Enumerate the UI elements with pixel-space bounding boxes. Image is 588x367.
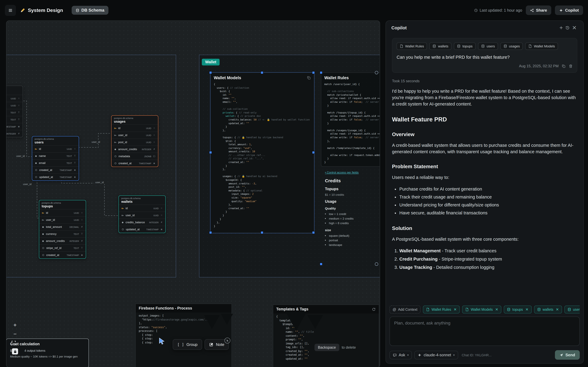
selection-handle[interactable] bbox=[261, 231, 263, 234]
table-usages[interactable]: postgres.db.schemausagesidUUID∷user_idUU… bbox=[111, 115, 158, 167]
problem-list: Purchase credits for AI content generati… bbox=[392, 185, 577, 217]
selection-handle[interactable] bbox=[209, 151, 212, 154]
quality-item: high = 8 credits bbox=[329, 221, 380, 225]
remove-chip-icon[interactable]: ✕ bbox=[454, 307, 457, 312]
copy-icon[interactable] bbox=[307, 76, 311, 80]
new-chat-button[interactable]: + bbox=[558, 24, 564, 32]
wallet-rules-block[interactable]: Wallet Rules match /users/{user_id} { //… bbox=[321, 73, 380, 167]
selection-handle[interactable] bbox=[209, 71, 212, 74]
required-dot-icon bbox=[35, 162, 37, 164]
table-field-id: idUUID∷ bbox=[39, 209, 86, 216]
user-message-card: Wallet RuleswalletstopupsusersusagesWall… bbox=[392, 38, 577, 73]
copilot-button[interactable]: Copilot bbox=[555, 6, 583, 15]
selection-handle[interactable] bbox=[320, 71, 322, 74]
selection-handle[interactable] bbox=[261, 71, 263, 74]
table-users[interactable]: postgres.db.schemausersidUUID∷nameTEXTTe… bbox=[32, 136, 79, 181]
table-field-id: idUUID∷ bbox=[119, 205, 165, 212]
table-partial[interactable]: UUID∷ UUID∷ TEXTT TEXTT TIMESTAMP▦ INTEG… bbox=[6, 86, 23, 137]
table-wallets[interactable]: postgres.db.schemawalletsidUUID∷user_idU… bbox=[119, 195, 166, 233]
clock-icon bbox=[474, 8, 478, 12]
mode-select[interactable]: Ask ▾ bbox=[389, 351, 412, 359]
response-heading-problem: Problem Statement bbox=[392, 164, 577, 169]
table-topups[interactable]: postgres.db.schematopupsidUUID∷user_idUU… bbox=[39, 200, 86, 259]
table-field-metadata: metadataJSONB{} bbox=[112, 153, 158, 160]
selection-handle[interactable] bbox=[312, 231, 315, 234]
credits-note[interactable]: Credits Topups $1 = 10 credits Usage Qua… bbox=[325, 178, 380, 247]
firebase-functions-block[interactable]: Firebase Functions - Process output_imag… bbox=[135, 304, 232, 367]
table-field-created_at: created_atTIMESTAMP▦ bbox=[39, 251, 86, 259]
table-field-updated_at: updated_atTIMESTAMP▦ bbox=[32, 173, 79, 180]
database-icon bbox=[537, 308, 541, 311]
selection-handle[interactable] bbox=[209, 231, 212, 234]
share-button[interactable]: Share bbox=[526, 6, 551, 15]
table-field-user_id: user_idUUID∷ bbox=[39, 216, 86, 223]
zoom-out-button[interactable]: − bbox=[11, 331, 19, 337]
wallet-rules-title: Wallet Rules bbox=[324, 75, 349, 80]
wallet-models-block[interactable]: Wallet Models { users: { // collection $… bbox=[210, 73, 314, 233]
selection-handle[interactable] bbox=[312, 151, 315, 154]
add-context-button[interactable]: @ Add Context bbox=[389, 306, 421, 314]
remove-chip-icon[interactable]: ✕ bbox=[495, 307, 498, 312]
remove-chip-icon[interactable]: ✕ bbox=[525, 307, 528, 312]
page-title: System Design bbox=[28, 8, 63, 13]
share-icon bbox=[530, 8, 534, 12]
menu-button[interactable] bbox=[5, 5, 16, 16]
connection-handle[interactable] bbox=[375, 71, 378, 74]
context-chip-wallets[interactable]: wallets bbox=[430, 42, 451, 50]
templates-block-title: Templates & Tags bbox=[276, 307, 308, 311]
triangle-shape bbox=[221, 314, 233, 325]
wallet-rules-code: match /users/{user_id} { // sub-collecti… bbox=[321, 81, 380, 165]
table-field-email: emailTEXTT bbox=[32, 159, 79, 166]
delete-icon[interactable] bbox=[569, 64, 573, 68]
table-field-amount_credits: amount_creditsINTEGER# bbox=[39, 237, 86, 244]
cost-note: Medium quality ~ 10K tokens => $0.1 per … bbox=[10, 355, 85, 358]
group-button[interactable]: [ ] Group bbox=[173, 339, 202, 350]
composer-chip-wallet-rules[interactable]: Wallet Rules✕ bbox=[423, 306, 460, 314]
table-field-id: idUUID∷ bbox=[112, 125, 158, 132]
history-button[interactable] bbox=[564, 25, 571, 31]
quality-item: medium = 2 credits bbox=[329, 216, 380, 221]
topups-note: $1 = 10 credits bbox=[325, 193, 380, 196]
copilot-panel: Copilot + ✕ Wallet Ruleswalletstopupsuse… bbox=[386, 20, 584, 364]
context-chip-users[interactable]: users bbox=[478, 42, 498, 50]
solution-list: Wallet Management - Track user credit ba… bbox=[392, 247, 577, 272]
table-field: TEXTT bbox=[6, 109, 23, 116]
table-header: postgres.db.schemausers bbox=[32, 136, 79, 145]
tab-db-schema[interactable]: DB Schema bbox=[71, 6, 108, 15]
nullable-dot-icon bbox=[114, 155, 116, 157]
table-field: TEXTT bbox=[6, 116, 23, 123]
selection-handle[interactable] bbox=[320, 263, 322, 266]
composer-chip-topups[interactable]: topups✕ bbox=[504, 306, 531, 314]
remove-chip-icon[interactable]: ✕ bbox=[556, 307, 559, 312]
assistant-response: I'd be happy to help you write a PRD for… bbox=[392, 88, 577, 272]
context-chip-usages[interactable]: usages bbox=[501, 42, 523, 50]
context-chip-wallet-models[interactable]: Wallet Models bbox=[525, 42, 558, 50]
lock-toggle-button[interactable] bbox=[12, 348, 18, 354]
message-input[interactable] bbox=[389, 317, 580, 346]
send-button[interactable]: Send bbox=[555, 350, 580, 360]
history-icon bbox=[565, 26, 570, 30]
composer-chip-wallets[interactable]: wallets✕ bbox=[534, 306, 562, 314]
selection-handle[interactable] bbox=[312, 71, 315, 74]
close-panel-button[interactable]: ✕ bbox=[571, 24, 578, 32]
copy-icon[interactable] bbox=[562, 64, 566, 68]
zoom-in-button[interactable]: + bbox=[11, 322, 19, 328]
composer-chip-users[interactable]: users✕ bbox=[564, 306, 580, 314]
context-chip-topups[interactable]: topups bbox=[454, 42, 476, 50]
table-field-updated_at: updated_atTIMESTAMP▦ bbox=[119, 226, 165, 233]
cost-title: Cost calculation bbox=[10, 342, 85, 346]
required-dot-icon bbox=[114, 149, 116, 150]
diagram-canvas[interactable]: Wallet user_id user_id user_id user_id p… bbox=[6, 20, 380, 367]
control-access-link[interactable]: Control access per fields bbox=[325, 171, 359, 174]
key-icon bbox=[114, 134, 117, 137]
nullable-dot-icon bbox=[42, 254, 44, 256]
wallet-group-label[interactable]: Wallet bbox=[202, 59, 220, 66]
key-icon bbox=[114, 127, 117, 130]
model-select[interactable]: claude-4-sonnet ▾ bbox=[415, 351, 458, 359]
context-chip-wallet-rules[interactable]: Wallet Rules bbox=[397, 42, 427, 50]
fit-view-button[interactable] bbox=[11, 340, 19, 346]
problem-item: Purchase credits for AI content generati… bbox=[399, 185, 577, 193]
composer-chip-wallet-models[interactable]: Wallet Models✕ bbox=[462, 306, 501, 314]
refresh-icon[interactable] bbox=[372, 307, 376, 311]
connection-handle[interactable] bbox=[375, 262, 378, 266]
